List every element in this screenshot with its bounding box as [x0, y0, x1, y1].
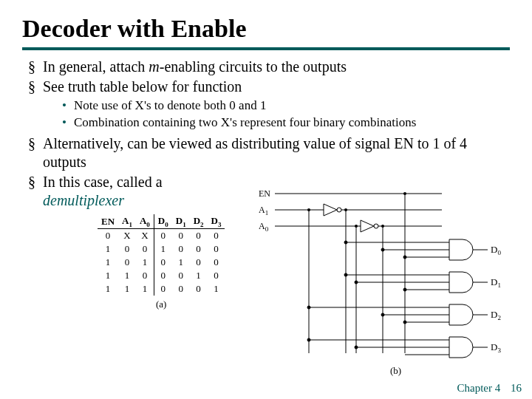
svg-point-13: [344, 208, 347, 211]
text: -enabling circuits to the outputs: [160, 58, 347, 75]
sub: 1: [497, 282, 501, 289]
cell: 1: [190, 269, 208, 282]
svg-point-15: [381, 225, 384, 228]
sub: 2: [200, 220, 204, 228]
cell: 0: [172, 282, 190, 296]
label-a1: A: [259, 205, 265, 215]
cell: 0: [190, 282, 208, 296]
label-d2: D: [491, 309, 497, 320]
svg-text:D3: D3: [491, 341, 501, 354]
cell: 1: [136, 256, 154, 269]
svg-point-16: [403, 192, 406, 195]
cell: 0: [208, 242, 225, 256]
cell: 0: [190, 242, 208, 256]
text: See truth table below for function: [43, 78, 242, 95]
th: D: [176, 215, 183, 226]
svg-point-28: [344, 273, 347, 276]
cell: 0: [118, 242, 136, 256]
table-caption-row: (a): [98, 296, 225, 311]
text-emph: demultiplexer: [43, 192, 124, 208]
sub: 0: [497, 249, 501, 256]
text: In this case, called a: [43, 174, 163, 190]
cell: 0: [154, 256, 171, 269]
sub-bullet-1: Note use of X's to denote both 0 and 1: [62, 98, 510, 115]
svg-point-35: [307, 306, 310, 309]
bullet-1: In general, attach m-enabling circuits t…: [28, 58, 510, 76]
svg-point-36: [381, 313, 384, 316]
th: D: [194, 215, 200, 226]
svg-text:D0: D0: [491, 244, 501, 256]
cell: 0: [208, 229, 225, 243]
svg-text:D2: D2: [491, 309, 501, 321]
slide-title: Decoder with Enable: [22, 15, 510, 43]
title-rule: [22, 47, 510, 50]
cell: 0: [190, 229, 208, 243]
cell: 1: [208, 282, 225, 296]
table-header-row: EN A1 A0 D0 D1 D2 D3: [98, 214, 225, 229]
cell: X: [118, 229, 136, 243]
cell: 0: [190, 256, 208, 269]
cell: 0: [154, 269, 171, 282]
cell: 0: [154, 282, 171, 296]
cell: 0: [172, 229, 190, 243]
label-a0: A: [259, 221, 265, 231]
sub: 3: [218, 220, 222, 228]
cell: 0: [172, 269, 190, 282]
svg-point-22: [381, 248, 384, 251]
label-d1: D: [491, 276, 497, 287]
sub: 1: [129, 220, 132, 228]
footer-page: 16: [511, 382, 522, 394]
th: D: [158, 215, 165, 226]
th: D: [211, 215, 218, 226]
svg-text:D1: D1: [491, 276, 501, 289]
label-en: EN: [259, 188, 270, 199]
cell: X: [136, 229, 154, 243]
table-row: 1 0 1 0 1 0 0: [98, 256, 225, 269]
cell: 1: [98, 269, 118, 282]
svg-text:A1: A1: [259, 205, 268, 216]
cell: 1: [98, 242, 118, 256]
th: EN: [101, 216, 115, 227]
cell: 1: [118, 269, 136, 282]
table-row: 1 1 1 0 0 0 1: [98, 282, 225, 296]
sub: 0: [265, 225, 269, 233]
svg-point-30: [403, 288, 406, 291]
cell: 0: [118, 256, 136, 269]
sub-bullet-2: Combination containing two X's represent…: [62, 115, 510, 132]
truth-table: EN A1 A0 D0 D1 D2 D3 0 X X 0 0 0 0: [98, 214, 225, 312]
cell: 1: [118, 282, 136, 296]
svg-point-12: [307, 208, 310, 211]
cell: 1: [154, 242, 171, 256]
cell: 0: [136, 269, 154, 282]
sub: 0: [165, 220, 168, 228]
text: In general, attach: [43, 58, 149, 75]
sub: 1: [265, 209, 269, 216]
table-row: 1 1 0 0 0 1 0: [98, 269, 225, 282]
text-italic: m: [149, 58, 159, 75]
sub: 1: [183, 220, 186, 228]
caption-b: (b): [390, 365, 401, 376]
cell: 1: [172, 256, 190, 269]
svg-text:A0: A0: [259, 221, 269, 233]
footer-chapter: Chapter 4: [457, 382, 501, 394]
table-row: 0 X X 0 0 0 0: [98, 229, 225, 243]
cell: 0: [208, 269, 225, 282]
cell: 0: [98, 229, 118, 243]
th: A: [140, 215, 146, 226]
svg-point-42: [307, 338, 310, 341]
circuit-diagram: EN A1 A0 D0 D1 D2 D3 (b): [257, 183, 508, 383]
cell: 1: [136, 282, 154, 296]
sub: 2: [497, 314, 501, 321]
svg-point-43: [355, 346, 358, 349]
svg-point-14: [355, 225, 358, 228]
caption-a: (a): [98, 296, 225, 311]
slide-footer: Chapter 4 16: [457, 382, 522, 395]
cell: 0: [208, 256, 225, 269]
sub: 3: [497, 347, 501, 354]
cell: 1: [98, 282, 118, 296]
bullet-3: Alternatively, can be viewed as distribu…: [28, 134, 510, 171]
cell: 0: [172, 242, 190, 256]
svg-point-23: [403, 256, 406, 259]
bullet-2: See truth table below for function Note …: [28, 78, 510, 132]
svg-point-29: [355, 281, 358, 284]
